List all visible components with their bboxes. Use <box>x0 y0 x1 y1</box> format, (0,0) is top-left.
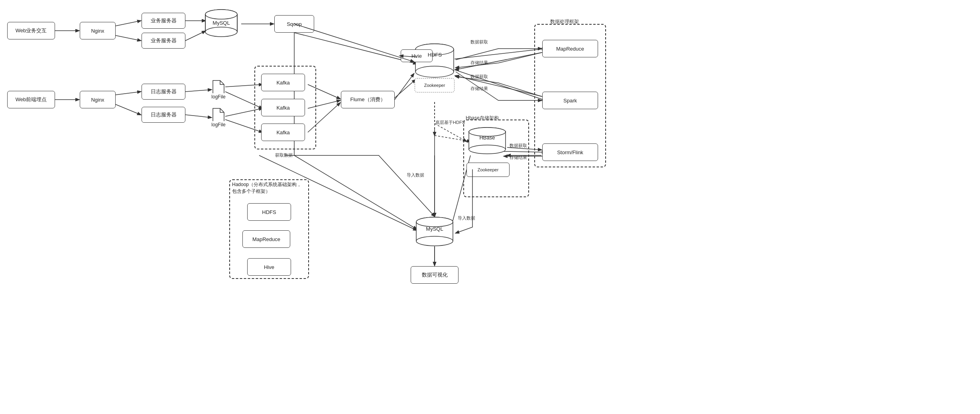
mapreduce-right-label: MapReduce <box>556 46 584 52</box>
zookeeper-hbase-node: Zookeeper <box>466 163 510 177</box>
nginx1-node: Nginx <box>80 22 116 39</box>
hdfs-main-label: HDFS <box>414 52 456 58</box>
svg-line-27 <box>455 76 545 97</box>
biz-server2-label: 业务服务器 <box>151 37 177 44</box>
hive-hadoop-node: Hive <box>247 258 291 276</box>
svg-line-24 <box>455 49 545 59</box>
hive-hadoop-label: Hive <box>264 264 274 270</box>
mysql-top-node: MySQL <box>203 9 239 37</box>
hdfs-hadoop-label: HDFS <box>262 209 276 215</box>
flume-node: Flume（消费） <box>341 91 395 108</box>
store-result-2-label: 存储结果 <box>470 86 488 92</box>
data-get-1-label: 数据获取 <box>470 39 488 45</box>
viz-node: 数据可视化 <box>411 266 459 284</box>
flume-label: Flume（消费） <box>350 96 385 103</box>
sqoop-label: Sqoop <box>287 21 302 27</box>
hbase-arch-label: Hbase存储架构 <box>466 115 499 122</box>
web-front-label: Web前端埋点 <box>16 96 47 103</box>
viz-label: 数据可视化 <box>422 271 448 279</box>
logfile1-label: logFile <box>211 94 225 100</box>
mysql-top-label: MySQL <box>203 20 239 26</box>
svg-line-19 <box>393 80 415 100</box>
log-server1-node: 日志服务器 <box>142 84 185 100</box>
svg-line-8 <box>116 92 141 95</box>
svg-line-6 <box>294 33 417 64</box>
web-biz-label: Web业务交互 <box>16 27 47 34</box>
kafka2-label: Kafka <box>276 105 289 111</box>
base-hdfs-label: 底层基于HDFS <box>435 120 465 126</box>
kafka1-label: Kafka <box>276 80 289 86</box>
logfile1-node: logFile <box>211 80 226 100</box>
log-server2-node: 日志服务器 <box>142 107 185 123</box>
storm-flink-label: Storm/Flink <box>557 149 583 155</box>
get-data-kafka-label: 获取数据 <box>275 152 293 158</box>
svg-line-10 <box>185 90 211 92</box>
logfile2-label: logFile <box>211 122 225 128</box>
hbase-node: HBase <box>467 127 507 155</box>
sqoop-node: Sqoop <box>274 15 314 33</box>
kafka2-node: Kafka <box>261 99 305 116</box>
mysql-bot-node: MySQL <box>415 216 455 247</box>
svg-line-4 <box>185 31 205 41</box>
zookeeper-hbase-label: Zookeeper <box>478 167 499 172</box>
svg-line-26 <box>455 70 545 100</box>
svg-point-45 <box>415 66 454 77</box>
storm-flink-node: Storm/Flink <box>542 143 598 161</box>
logfile2-node: logFile <box>211 108 226 128</box>
web-biz-node: Web业务交互 <box>7 22 55 39</box>
svg-point-39 <box>205 27 237 37</box>
kafka3-node: Kafka <box>261 124 305 141</box>
svg-line-11 <box>185 115 211 118</box>
zookeeper-hdfs-label: Zookeeper <box>424 83 445 88</box>
svg-line-1 <box>116 21 141 26</box>
kafka1-node: Kafka <box>261 74 305 91</box>
svg-point-40 <box>205 10 237 19</box>
log-server2-label: 日志服务器 <box>151 111 177 118</box>
biz-server2-node: 业务服务器 <box>142 33 185 49</box>
mysql-bot-label: MySQL <box>415 226 455 232</box>
svg-point-58 <box>416 217 453 227</box>
mapreduce-right-node: MapReduce <box>542 40 598 57</box>
kafka3-label: Kafka <box>276 129 289 135</box>
mapreduce-hadoop-label: MapReduce <box>252 236 280 242</box>
import-data-2-label: 导入数据 <box>458 215 475 221</box>
biz-server1-label: 业务服务器 <box>151 17 177 24</box>
spark-node: Spark <box>542 92 598 109</box>
zookeeper-hdfs-node: Zookeeper <box>415 78 455 92</box>
data-get-3-label: 数据获取 <box>510 143 527 149</box>
hbase-label: HBase <box>467 135 507 141</box>
data-get-2-label: 数据获取 <box>470 74 488 80</box>
nginx2-label: Nginx <box>91 97 104 103</box>
log-server1-label: 日志服务器 <box>151 88 177 95</box>
hadoop-label: Hadoop（分布式系统基础架构，包含多个子框架） <box>232 181 306 195</box>
web-front-node: Web前端埋点 <box>7 91 55 108</box>
svg-line-2 <box>116 35 141 41</box>
nginx2-node: Nginx <box>80 91 116 108</box>
import-data-1-label: 导入数据 <box>407 172 424 178</box>
store-result-3-label: 存储结果 <box>510 155 527 161</box>
svg-line-9 <box>116 104 141 115</box>
mapreduce-hadoop-node: MapReduce <box>242 230 290 248</box>
svg-line-25 <box>455 52 545 70</box>
spark-label: Spark <box>563 98 577 104</box>
svg-point-51 <box>469 145 506 154</box>
svg-line-23 <box>294 155 417 229</box>
nginx1-label: Nginx <box>91 28 104 34</box>
data-processing-label: 数据处理框架 <box>550 18 579 25</box>
store-result-1-label: 存储结果 <box>470 60 488 66</box>
svg-point-57 <box>416 236 453 246</box>
biz-server1-node: 业务服务器 <box>142 13 185 29</box>
hdfs-hadoop-node: HDFS <box>247 203 291 221</box>
